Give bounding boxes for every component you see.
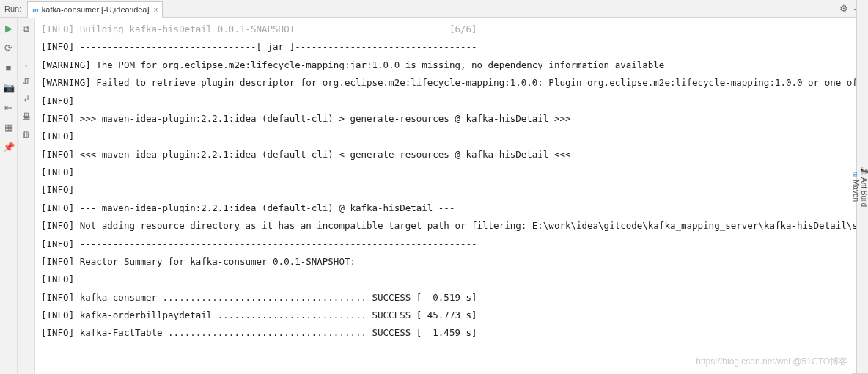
console-line: [INFO] --------------------------------[… <box>41 38 862 56</box>
console-line: [INFO] Reactor Summary for kafka-consume… <box>41 253 862 271</box>
pin-icon[interactable]: 📌 <box>3 142 15 152</box>
console-line: [INFO] kafka-FactTable .................… <box>41 324 862 342</box>
ant-icon: 🐜 <box>860 166 868 175</box>
run-gutter-inner: ⧉ ↑ ↓ ⇵ ↲ 🖶 🗑 <box>18 18 35 374</box>
print-icon[interactable]: 🖶 <box>22 111 31 122</box>
console-line: [INFO] <box>41 181 862 199</box>
console-line: [INFO] <box>41 128 862 145</box>
maven-m-icon: m <box>852 172 860 177</box>
console-line: [INFO] Building kafka-hisDetail 0.0.1-SN… <box>41 21 862 38</box>
dump-icon[interactable]: 📷 <box>3 83 15 92</box>
exit-icon[interactable]: ⇤ <box>4 103 12 112</box>
threads-icon[interactable]: ⧉ <box>23 23 29 34</box>
scroll-end-icon[interactable]: ↲ <box>23 94 30 104</box>
run-label: Run: <box>4 4 21 13</box>
gear-icon[interactable]: ⚙ <box>839 3 848 14</box>
close-icon[interactable]: × <box>154 6 158 14</box>
down-icon[interactable]: ↓ <box>24 59 29 69</box>
rerun-icon[interactable]: ⟳ <box>4 43 12 53</box>
right-sidebar: 🐜 Ant Build m Maven <box>856 0 868 374</box>
console-line: [INFO] <box>41 92 862 110</box>
stop-icon[interactable]: ■ <box>6 63 12 73</box>
console-line: [INFO] --- maven-idea-plugin:2.2.1:idea … <box>41 199 862 217</box>
tab-maven[interactable]: m Maven <box>852 0 860 374</box>
console-line: [WARNING] Failed to retrieve plugin desc… <box>41 74 862 92</box>
console-output[interactable]: [INFO] Building kafka-hisDetail 0.0.1-SN… <box>35 18 868 374</box>
run-config-tab[interactable]: m kafka-consumer [-U,idea:idea] × <box>27 1 163 18</box>
console-line: [INFO] Not adding resource directory as … <box>41 217 862 235</box>
clear-icon[interactable]: 🗑 <box>22 129 31 139</box>
console-line: [INFO] <box>41 164 862 181</box>
tab-title: kafka-consumer [-U,idea:idea] <box>42 5 150 14</box>
console-line: [INFO] >>> maven-idea-plugin:2.2.1:idea … <box>41 110 862 128</box>
run-header: Run: m kafka-consumer [-U,idea:idea] × ⚙… <box>0 0 868 18</box>
main-area: ▶ ⟳ ■ 📷 ⇤ ▦ 📌 ⧉ ↑ ↓ ⇵ ↲ 🖶 🗑 [INFO] Build… <box>0 18 868 374</box>
console-line: [INFO] kafka-orderbillpaydetail ........… <box>41 307 862 324</box>
layout-icon[interactable]: ▦ <box>4 122 13 132</box>
run-gutter-left: ▶ ⟳ ■ 📷 ⇤ ▦ 📌 <box>0 18 18 374</box>
console-line: [INFO] ---------------------------------… <box>41 235 862 253</box>
tab-ant-build[interactable]: 🐜 Ant Build <box>860 0 868 374</box>
up-icon[interactable]: ↑ <box>24 41 29 51</box>
maven-icon: m <box>32 5 39 14</box>
console-line: [INFO] <box>41 271 862 288</box>
console-line: [WARNING] The POM for org.eclipse.m2e:li… <box>41 56 862 74</box>
toggle-softwrap-icon[interactable]: ⇵ <box>23 76 30 87</box>
console-line: [INFO] <<< maven-idea-plugin:2.2.1:idea … <box>41 146 862 164</box>
console-line: [INFO] kafka-consumer ..................… <box>41 289 862 307</box>
run-icon[interactable]: ▶ <box>5 23 12 33</box>
